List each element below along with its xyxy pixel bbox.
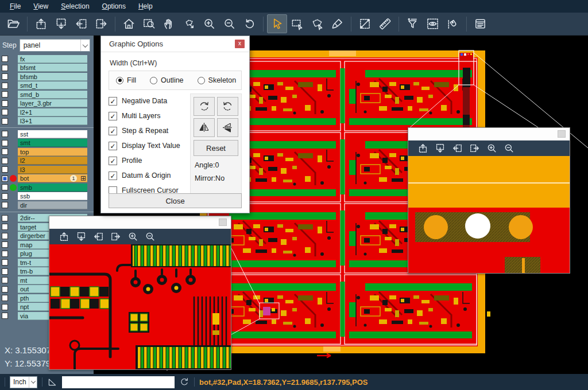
- filter-button[interactable]: [403, 14, 423, 33]
- window-control-button[interactable]: [558, 130, 566, 138]
- magnifier-window-right[interactable]: [408, 127, 570, 274]
- layer-row-fx[interactable]: fx: [0, 54, 94, 64]
- layer-row-smd-t[interactable]: smd_t: [0, 81, 94, 91]
- measure-distance-button[interactable]: [355, 14, 375, 33]
- rotate-ccw-button[interactable]: [217, 97, 238, 116]
- layer-row-bot[interactable]: bot1⊞: [0, 174, 94, 184]
- window-title-bar[interactable]: [408, 128, 570, 141]
- zoom-window-button[interactable]: [139, 14, 159, 33]
- pan-right-button[interactable]: [466, 142, 483, 155]
- layer-visibility-checkbox[interactable]: [2, 224, 8, 230]
- zoom-in-button[interactable]: [124, 230, 141, 244]
- zoom-in-button[interactable]: [199, 14, 219, 33]
- layer-visibility-checkbox[interactable]: [2, 295, 8, 301]
- layer-visibility-checkbox[interactable]: [2, 313, 8, 319]
- pan-left-button[interactable]: [90, 230, 107, 244]
- zoom-out-button[interactable]: [219, 14, 239, 33]
- zoom-out-button[interactable]: [500, 142, 517, 155]
- menu-item-help[interactable]: Help: [132, 0, 159, 13]
- pan-down-button[interactable]: [51, 14, 71, 33]
- refresh-icon[interactable]: [179, 377, 189, 387]
- layer-row-top[interactable]: top: [0, 147, 94, 157]
- checkbox-negative-data[interactable]: ✓Negative Data: [109, 93, 190, 108]
- layer-visibility-checkbox[interactable]: [2, 83, 8, 89]
- home-view-button[interactable]: [119, 14, 139, 33]
- layer-row-l3[interactable]: l3: [0, 165, 94, 174]
- layer-row-dir[interactable]: dir: [0, 201, 94, 210]
- view-options-button[interactable]: [423, 14, 443, 33]
- zoom-in-button[interactable]: [483, 142, 500, 155]
- radio-fill[interactable]: Fill: [116, 76, 136, 84]
- layer-visibility-checkbox[interactable]: [2, 73, 8, 80]
- checkbox-profile[interactable]: ✓Profile: [109, 153, 190, 168]
- menu-item-options[interactable]: Options: [96, 0, 132, 13]
- layer-visibility-checkbox[interactable]: [2, 158, 8, 164]
- layer-row-smt[interactable]: smt: [0, 139, 94, 148]
- layer-visibility-checkbox[interactable]: [2, 131, 8, 137]
- open-file-button[interactable]: [3, 14, 24, 33]
- magnifier-view-right[interactable]: [408, 156, 570, 273]
- layer-visibility-checkbox[interactable]: [2, 109, 8, 115]
- reset-button[interactable]: Reset: [194, 140, 238, 156]
- magnifier-view-bottom[interactable]: [49, 244, 231, 369]
- window-control-button[interactable]: [219, 219, 227, 226]
- layer-row-sst[interactable]: sst: [0, 130, 94, 139]
- layer-visibility-checkbox[interactable]: [2, 91, 8, 98]
- move-view-button[interactable]: [179, 14, 199, 33]
- pan-right-button[interactable]: [107, 230, 124, 244]
- dialog-title-bar[interactable]: Graphic Options x: [101, 36, 249, 52]
- layer-visibility-checkbox[interactable]: [2, 268, 8, 275]
- layer-row-bfsmt[interactable]: bfsmt: [0, 64, 94, 73]
- checkbox-datum-origin[interactable]: ✓Datum & Origin: [109, 168, 190, 183]
- flip-horizontal-button[interactable]: [194, 118, 215, 137]
- layer-visibility-checkbox[interactable]: [2, 149, 8, 155]
- layer-row-layer-3-gbr[interactable]: layer_3.gbr: [0, 99, 94, 108]
- layer-visibility-checkbox[interactable]: [2, 286, 8, 292]
- pan-right-button[interactable]: [91, 14, 111, 33]
- pan-hand-button[interactable]: [159, 14, 179, 33]
- layer-row-smb[interactable]: smb: [0, 183, 94, 192]
- layer-visibility-checkbox[interactable]: [2, 304, 8, 310]
- layer-visibility-checkbox[interactable]: [2, 140, 8, 146]
- checkbox-step-repeat[interactable]: ✓Step & Repeat: [109, 123, 190, 138]
- layer-row-smd-b[interactable]: smd_b: [0, 90, 94, 99]
- select-rectangle-button[interactable]: [287, 14, 307, 33]
- radio-skeleton[interactable]: Skeleton: [198, 76, 237, 84]
- layer-row-l2[interactable]: l2: [0, 157, 94, 166]
- checkbox-display-text-value[interactable]: ✓Display Text Value: [109, 138, 190, 153]
- radio-outline[interactable]: Outline: [150, 76, 184, 84]
- layer-visibility-checkbox[interactable]: [2, 215, 8, 221]
- window-title-bar[interactable]: [49, 216, 231, 229]
- chevron-down-icon[interactable]: [80, 40, 90, 51]
- measure-ruler-button[interactable]: [375, 14, 395, 33]
- layer-row-bfsmb[interactable]: bfsmb: [0, 72, 94, 81]
- pan-up-button[interactable]: [31, 14, 51, 33]
- layer-grid-icon[interactable]: ⊞: [80, 174, 86, 182]
- layer-visibility-checkbox[interactable]: [2, 166, 8, 173]
- snap-magnet-button[interactable]: [443, 14, 463, 33]
- step-select[interactable]: panel: [20, 39, 90, 52]
- close-icon[interactable]: x: [235, 40, 245, 48]
- pan-down-button[interactable]: [72, 230, 90, 244]
- menu-item-selection[interactable]: Selection: [55, 0, 95, 13]
- layer-visibility-checkbox[interactable]: [2, 65, 8, 71]
- layer-visibility-checkbox[interactable]: [2, 176, 8, 182]
- layer-row-ssb[interactable]: ssb: [0, 192, 94, 201]
- layer-visibility-checkbox[interactable]: [2, 202, 8, 208]
- flip-vertical-button[interactable]: [217, 118, 238, 137]
- layer-row-l2-1[interactable]: l2+1: [0, 108, 94, 117]
- magnifier-window-bottom[interactable]: [49, 216, 231, 370]
- layer-visibility-checkbox[interactable]: [2, 277, 8, 283]
- menu-item-file[interactable]: File: [3, 0, 27, 13]
- pan-left-button[interactable]: [448, 142, 466, 155]
- layer-visibility-checkbox[interactable]: [2, 56, 8, 62]
- pan-up-button[interactable]: [55, 230, 72, 244]
- pan-left-button[interactable]: [71, 14, 91, 33]
- rotate-cw-button[interactable]: [194, 97, 215, 116]
- layer-visibility-checkbox[interactable]: [2, 193, 8, 200]
- zoom-previous-button[interactable]: [239, 14, 260, 33]
- select-cursor-button[interactable]: [267, 14, 287, 33]
- layer-visibility-checkbox[interactable]: [2, 118, 8, 124]
- layer-visibility-checkbox[interactable]: [2, 184, 8, 190]
- clean-brush-button[interactable]: [327, 14, 347, 33]
